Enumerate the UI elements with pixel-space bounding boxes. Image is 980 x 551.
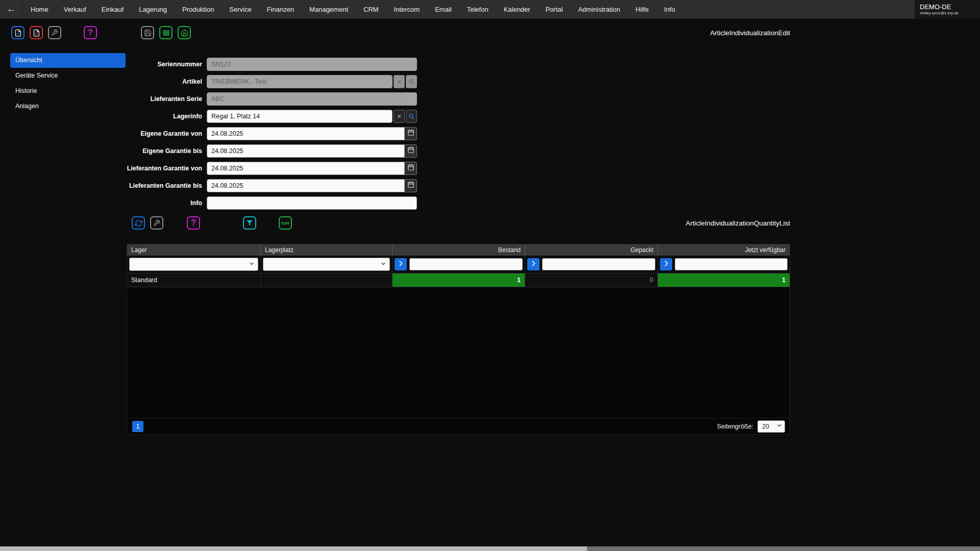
home-button[interactable] [178,26,191,39]
gepackt-filter-input[interactable] [542,258,655,270]
form-row-info: Info [127,196,418,210]
column-header-bestand[interactable]: Bestand [393,244,525,256]
quantity-list-panel: Lager Lagerplatz Bestand Gepackt Jetzt v… [127,244,790,435]
list-settings-wrench-button[interactable] [150,216,163,230]
nav-item-administration[interactable]: Administration [571,0,628,18]
wrench-icon [153,219,160,227]
nav-item-management[interactable]: Management [302,0,356,18]
lieferanten-garantie-bis-calendar-button[interactable] [405,179,417,192]
gepackt-filter-apply-button[interactable] [527,258,540,270]
chevron-down-icon [776,422,782,430]
jetzt-verfuegbar-filter-input[interactable] [675,258,788,270]
save-button[interactable] [141,26,154,39]
nav-item-service[interactable]: Service [222,0,259,18]
lagerinfo-search-button[interactable] [406,110,417,123]
horizontal-scrollbar[interactable] [0,546,980,551]
quantity-list-title: ArticleIndividualizationQuantityList [685,219,790,227]
page-1-button[interactable]: 1 [132,421,143,432]
nav-item-finanzen[interactable]: Finanzen [259,0,302,18]
nav-item-kalender[interactable]: Kalender [496,0,538,18]
horizontal-scrollbar-thumb[interactable] [0,546,587,551]
chevron-down-icon [380,261,386,268]
question-mark-icon: ? [88,29,93,37]
funnel-filter-icon [246,219,253,227]
sidebar-item-geraete-service[interactable]: Geräte Service [10,68,126,83]
cell-jetzt-verfuegbar: 1 [658,273,790,287]
lagerplatz-filter-select[interactable] [263,258,390,271]
cell-lager: Standard [127,273,261,287]
pdf-export-button[interactable] [30,26,43,39]
column-header-lager[interactable]: Lager [127,244,261,256]
nav-item-email[interactable]: Email [427,0,459,18]
clear-icon: ✕ [397,113,401,120]
form-row-lieferanten-serie: Lieferanten Serie [127,92,418,106]
form-row-lieferanten-garantie-von: Lieferanten Garantie von [127,162,418,175]
nav-item-telefon[interactable]: Telefon [459,0,496,18]
help-button[interactable]: ? [84,26,97,39]
sidebar-item-historie[interactable]: Historie [10,84,126,98]
question-mark-icon: ? [191,219,196,227]
bestand-filter-input[interactable] [409,258,523,270]
account-box[interactable]: DEMO-DE xmiley.xyrux@x-erp.de [915,0,980,18]
lieferanten-serie-input [207,92,417,106]
bestand-filter-apply-button[interactable] [395,258,407,270]
table-row[interactable]: Standard 1 0 1 [127,273,790,287]
clear-icon: ✕ [397,79,401,85]
cell-gepackt: 0 [525,273,658,287]
filter-button[interactable] [243,216,256,230]
sidebar-item-uebersicht[interactable]: Übersicht [10,53,126,68]
eigene-garantie-bis-input[interactable] [207,144,405,158]
artikel-label: Artikel [127,78,202,85]
column-header-jetzt-verfuegbar[interactable]: Jetzt verfügbar [658,244,790,256]
nav-item-verkauf[interactable]: Verkauf [56,0,94,18]
list-help-button[interactable]: ? [187,216,200,230]
back-button[interactable]: ← [0,0,23,18]
lagerinfo-clear-button[interactable]: ✕ [394,110,405,123]
nav-item-hilfe[interactable]: Hilfe [628,0,656,18]
back-arrow-icon: ← [7,4,16,14]
refresh-button[interactable] [132,216,145,230]
file-plus-icon [14,29,22,37]
nav-item-crm[interactable]: CRM [356,0,386,18]
edit-toolbar: ? ArticleIndividualizationEdit [0,19,980,46]
csv-export-button[interactable]: csv [279,216,292,230]
form-row-eigene-garantie-bis: Eigene Garantie bis [127,144,418,158]
refresh-icon [135,219,142,227]
eigene-garantie-bis-calendar-button[interactable] [405,144,417,158]
artikel-clear-button: ✕ [394,75,405,88]
column-header-lagerplatz[interactable]: Lagerplatz [261,244,393,256]
lieferanten-serie-label: Lieferanten Serie [127,95,202,103]
lieferanten-garantie-von-calendar-button[interactable] [405,162,417,175]
eigene-garantie-von-calendar-button[interactable] [405,127,417,140]
lieferanten-garantie-bis-input[interactable] [207,179,405,192]
nav-item-produktion[interactable]: Produktion [175,0,222,18]
lager-filter-select[interactable] [129,258,258,271]
info-input[interactable] [207,196,417,210]
settings-wrench-button[interactable] [48,26,61,39]
eigene-garantie-von-input[interactable] [207,127,405,140]
eigene-garantie-von-label: Eigene Garantie von [127,130,202,137]
table-header-row: Lager Lagerplatz Bestand Gepackt Jetzt v… [127,244,790,256]
calendar-icon [407,146,414,156]
lagerinfo-input[interactable] [207,110,393,123]
nav-item-home[interactable]: Home [23,0,56,18]
nav-item-lagerung[interactable]: Lagerung [131,0,175,18]
edit-view-title: ArticleIndividualizationEdit [710,29,790,37]
csv-icon: csv [281,220,289,226]
lieferanten-garantie-von-input[interactable] [207,162,405,175]
chevron-right-icon [530,260,537,269]
nav-item-einkauf[interactable]: Einkauf [94,0,131,18]
column-header-gepackt[interactable]: Gepackt [525,244,658,256]
grid-view-button[interactable] [159,26,173,39]
nav-item-info[interactable]: Info [656,0,683,18]
jetzt-verfuegbar-filter-apply-button[interactable] [660,258,672,270]
form-row-artikel: Artikel ✕ [127,75,418,88]
calendar-icon [407,129,414,138]
nav-item-portal[interactable]: Portal [538,0,571,18]
article-individualization-form: Seriennummer Artikel ✕ Lieferanten Serie… [127,58,418,214]
sidebar-item-anlagen[interactable]: Anlagen [10,99,126,114]
page-size-select[interactable]: 20 [757,420,785,433]
new-record-button[interactable] [11,26,24,39]
nav-item-intercom[interactable]: Intercom [386,0,428,18]
form-row-eigene-garantie-von: Eigene Garantie von [127,127,418,140]
